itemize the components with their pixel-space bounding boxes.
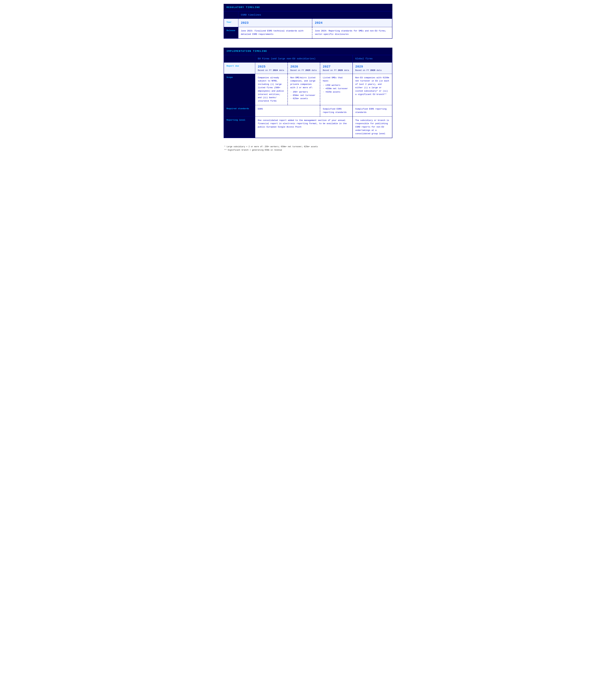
- report-due-label: Report due: [224, 62, 255, 74]
- list-item: 250+ workers: [290, 91, 317, 94]
- scope-label: Scope: [224, 74, 255, 105]
- list-item: €25m+ assets: [290, 97, 317, 100]
- implementation-title: IMPLEMENTATION TIMELINE: [224, 47, 392, 55]
- reg-year-2023: 2023: [241, 21, 249, 25]
- reg-year-2024: 2024: [315, 21, 322, 25]
- scope-2027-bullets: <250 workers <€50m net turnover <€25m as…: [323, 84, 350, 94]
- reg-release-row: Release June 2023: Finalized ESRS techni…: [224, 27, 392, 38]
- reg-header-row: CSRD timelines: [224, 11, 392, 19]
- footnote-2: ** Significant branch = generating €50m …: [224, 149, 392, 152]
- year-2027: 2027: [323, 65, 350, 68]
- implementation-table: EU Firms (and large non-EU subsidiaries)…: [224, 55, 392, 138]
- reg-release-2023: June 2023: Finalized ESRS technical stan…: [238, 27, 312, 38]
- reporting-label: Reporting level: [224, 117, 255, 138]
- impl-reporting-row: Reporting level One consolidated report …: [224, 117, 392, 138]
- standards-2025-2026: ESRS: [255, 105, 320, 117]
- impl-eu-header: EU Firms (and large non-EU subsidiaries): [258, 57, 315, 60]
- impl-report-due-row: Report due 2025 Based on FY 2024 data 20…: [224, 62, 392, 74]
- impl-header-row: EU Firms (and large non-EU subsidiaries)…: [224, 55, 392, 63]
- year-2029: 2029: [355, 65, 390, 68]
- impl-global-header: Global firms: [355, 57, 373, 60]
- implementation-section: IMPLEMENTATION TIMELINE EU Firms (and la…: [224, 47, 392, 138]
- scope-2027: Listed SMEs that have: <250 workers <€50…: [320, 74, 352, 105]
- reporting-global: The subsidiary or branch is responsible …: [352, 117, 392, 138]
- standards-global: Simplified ESRS reporting standards: [352, 105, 392, 117]
- reg-col-header: CSRD timelines: [241, 13, 261, 17]
- list-item: <€25m assets: [323, 91, 350, 94]
- impl-scope-row: Scope Companies already subject to NFRD,…: [224, 74, 392, 105]
- based-on-2026: Based on FY 2025 data: [290, 69, 317, 71]
- footnote-1: * Large subsidiary = 2 or more of: 250+ …: [224, 145, 392, 149]
- footnotes-section: * Large subsidiary = 2 or more of: 250+ …: [224, 143, 392, 154]
- reg-year-label: Year: [224, 19, 238, 27]
- scope-2026-bullets: 250+ workers €50m+ net turnover €25m+ as…: [290, 91, 317, 100]
- standards-2027: Simplified ESRS reporting standards: [320, 105, 352, 117]
- reg-release-label: Release: [224, 27, 238, 38]
- list-item: €50m+ net turnover: [290, 94, 317, 97]
- standards-label: Required standards: [224, 105, 255, 117]
- based-on-2027: Based on FY 2026 data: [323, 69, 350, 71]
- based-on-2029: Based on FY 2028 data: [355, 69, 390, 71]
- list-item: <250 workers: [323, 84, 350, 87]
- scope-2026: Non-SME/micro listed companies, and larg…: [288, 74, 320, 105]
- reporting-eu: One consolidated report added to the man…: [255, 117, 352, 138]
- scope-global: Non-EU companies with €150m net turnover…: [352, 74, 392, 105]
- scope-2025: Companies already subject to NFRD, inclu…: [255, 74, 288, 105]
- reg-release-2024: June 2024: Reporting standards for SMEs …: [312, 27, 392, 38]
- based-on-2025: Based on FY 2024 data: [258, 69, 285, 71]
- reg-year-row: Year 2023 2024: [224, 19, 392, 27]
- year-2026: 2026: [290, 65, 317, 68]
- regulatory-table: CSRD timelines Year 2023 2024 Release Ju…: [224, 11, 392, 39]
- impl-standards-row: Required standards ESRS Simplified ESRS …: [224, 105, 392, 117]
- list-item: <€50m net turnover: [323, 87, 350, 91]
- regulatory-title: REGULATORY TIMELINE: [224, 4, 392, 11]
- regulatory-section: REGULATORY TIMELINE CSRD timelines Year …: [224, 4, 392, 39]
- year-2025: 2025: [258, 65, 285, 68]
